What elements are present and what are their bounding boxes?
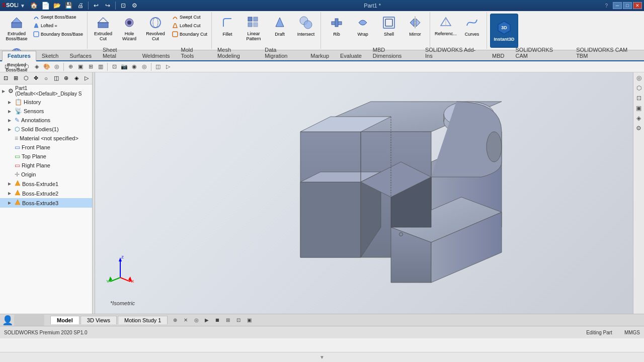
tree-settings-icon[interactable]: ✥ <box>31 73 41 83</box>
tree-group-icon[interactable]: ⊞ <box>11 73 21 83</box>
tree-annotations-item[interactable]: ▶ ✎ Annotations <box>0 116 92 125</box>
tree-arrow-icon[interactable]: ▷ <box>82 73 91 83</box>
tree-root-item[interactable]: ▶ ⚙ Part1 (Default<<Default>_Display S <box>0 84 92 98</box>
tab-solidworks-addins[interactable]: SOLIDWORKS Add-Ins <box>420 45 487 60</box>
save-icon[interactable]: 💾 <box>64 1 74 11</box>
tree-search-icon[interactable]: ◈ <box>71 73 81 83</box>
lofted-cut-btn[interactable]: Lofted Cut <box>170 22 209 30</box>
view-orient-icon[interactable]: ⊡ <box>2 62 11 71</box>
bt-icon4[interactable]: ▶ <box>202 316 211 325</box>
linear-pattern-btn[interactable]: LinearPattern <box>241 13 266 43</box>
extruded-boss-btn[interactable]: ExtrudedBoss/Base <box>4 13 29 43</box>
options-icon[interactable]: ⚙ <box>130 1 140 11</box>
profile-icon[interactable]: 👤 <box>2 315 13 326</box>
view-setting2[interactable]: ▣ <box>76 62 85 71</box>
hole-wizard-btn[interactable]: HoleWizard <box>117 13 142 43</box>
bt-icon7[interactable]: ⊡ <box>234 316 243 325</box>
swept-boss-btn[interactable]: Swept Boss/Base <box>31 13 85 21</box>
rt-scene-icon[interactable]: ◈ <box>634 114 643 123</box>
perspective-icon[interactable]: ▷ <box>164 62 173 71</box>
tab-sketch[interactable]: Sketch <box>36 51 64 60</box>
tree-filter-icon[interactable]: ⊡ <box>1 73 11 83</box>
boundary-cut-btn[interactable]: Boundary Cut <box>170 30 209 38</box>
tree-front-plane-item[interactable]: ▭ Front Plane <box>0 143 92 152</box>
undo-icon[interactable]: ↩ <box>91 1 101 11</box>
bt-icon1[interactable]: ⊕ <box>171 316 180 325</box>
new-icon[interactable]: 📄 <box>41 1 51 11</box>
rib-btn[interactable]: Rib <box>324 13 349 43</box>
tab-markup[interactable]: Markup <box>305 51 335 60</box>
tree-sensors-item[interactable]: ▶ 📡 Sensors <box>0 107 92 116</box>
print-icon[interactable]: 🖨 <box>75 1 86 11</box>
tree-boss-extrude3-item[interactable]: ▶ Boss-Extrude3 <box>0 198 92 208</box>
tree-hide-icon[interactable]: ○ <box>41 73 51 83</box>
lofted-boss-btn[interactable]: Lofted = <box>31 22 85 30</box>
view-setting4[interactable]: ▥ <box>96 62 105 71</box>
fillet-btn[interactable]: Fillet <box>215 13 240 43</box>
tree-pin-icon[interactable]: ◫ <box>51 73 61 83</box>
tab-evaluate[interactable]: Evaluate <box>335 51 367 60</box>
bt-icon6[interactable]: ⊞ <box>223 316 232 325</box>
view-setting3[interactable]: ⊞ <box>86 62 95 71</box>
ambient-occlusion-icon[interactable]: ◉ <box>130 62 139 71</box>
tab-motion-study[interactable]: Motion Study 1 <box>118 316 168 324</box>
realview-icon[interactable]: ◎ <box>140 62 149 71</box>
swept-cut-btn[interactable]: Swept Cut <box>170 13 209 21</box>
tab-solidworks-cam-tbm[interactable]: SOLIDWORKS CAM TBM <box>571 45 644 60</box>
tab-mold-tools[interactable]: Mold Tools <box>175 45 212 60</box>
tree-boss-extrude2-item[interactable]: ▶ Boss-Extrude2 <box>0 189 92 198</box>
reference-geometry-btn[interactable]: Referenc... <box>433 13 458 43</box>
tab-features[interactable]: Features <box>2 51 36 61</box>
close-btn[interactable]: ✕ <box>633 2 642 9</box>
mirror-btn[interactable]: Mirror <box>403 13 428 43</box>
shell-btn[interactable]: Shell <box>376 13 401 43</box>
view-previous-icon[interactable]: ◁ <box>12 62 21 71</box>
tab-sheet-metal[interactable]: Sheet Metal <box>97 45 137 60</box>
tree-origin-item[interactable]: ✛ Origin <box>0 170 92 179</box>
bt-icon5[interactable]: ⏹ <box>213 316 222 325</box>
home-icon[interactable]: 🏠 <box>29 1 39 11</box>
tree-collapse-icon[interactable]: ⊕ <box>61 73 71 83</box>
bt-icon3[interactable]: ◎ <box>192 316 201 325</box>
maximize-btn[interactable]: □ <box>623 2 632 9</box>
edit-appearance-icon[interactable]: 🎨 <box>42 62 51 71</box>
intersect-btn[interactable]: Intersect <box>293 13 318 43</box>
tree-history-item[interactable]: ▶ 📋 History <box>0 98 92 107</box>
tree-right-plane-item[interactable]: ▭ Right Plane <box>0 161 92 170</box>
display-style-icon[interactable]: ⬡ <box>22 62 31 71</box>
tab-weldments[interactable]: Weldments <box>137 51 176 60</box>
minimize-btn[interactable]: ─ <box>613 2 622 9</box>
camera-icon[interactable]: 📷 <box>120 62 129 71</box>
tab-data-migration[interactable]: Data Migration <box>259 45 305 60</box>
tree-config-icon[interactable]: ⬡ <box>21 73 31 83</box>
tab-mesh-modeling[interactable]: Mesh Modeling <box>212 45 259 60</box>
revolved-cut-btn[interactable]: RevolvedCut <box>143 13 168 43</box>
apply-scene-icon[interactable]: ◎ <box>52 62 61 71</box>
curves-btn[interactable]: Curves <box>459 13 485 43</box>
section-view-icon[interactable]: ⊡ <box>110 62 119 71</box>
tree-top-plane-item[interactable]: ▭ Top Plane <box>0 152 92 161</box>
rt-view-icon[interactable]: ⊡ <box>634 94 643 103</box>
rt-config-icon[interactable]: ⚙ <box>634 124 643 133</box>
tab-solidworks-cam[interactable]: SOLIDWORKS CAM <box>510 45 571 60</box>
tree-solid-bodies-item[interactable]: ▶ ⬡ Solid Bodies(1) <box>0 125 92 134</box>
viewport[interactable]: Z X Y *Isometric <box>95 72 633 314</box>
shadows-icon[interactable]: ◫ <box>153 62 163 71</box>
wrap-btn[interactable]: Wrap <box>350 13 375 43</box>
bt-icon2[interactable]: ✕ <box>181 316 190 325</box>
rt-3d-icon[interactable]: ⬡ <box>634 83 643 93</box>
rt-display-icon[interactable]: ▣ <box>634 104 643 113</box>
view-setting1[interactable]: ⊕ <box>66 62 75 71</box>
tab-mbd-dimensions[interactable]: MBD Dimensions <box>367 45 420 60</box>
rt-appearance-icon[interactable]: ◎ <box>634 73 643 82</box>
tree-material-item[interactable]: ≡ Material <not specified> <box>0 134 92 143</box>
tab-model[interactable]: Model <box>50 316 79 324</box>
quick-access-arrow[interactable]: ▼ <box>20 3 25 9</box>
tab-3d-views[interactable]: 3D Views <box>80 316 117 324</box>
tree-boss-extrude1-item[interactable]: ▶ Boss-Extrude1 <box>0 179 92 189</box>
tab-surfaces[interactable]: Surfaces <box>64 51 97 60</box>
open-icon[interactable]: 📂 <box>52 1 62 11</box>
rebuild-icon[interactable]: ⊡ <box>118 1 128 11</box>
boundary-boss-btn[interactable]: Boundary Boss/Base <box>31 30 85 38</box>
extruded-cut-btn[interactable]: ExtrudedCut <box>91 13 116 43</box>
